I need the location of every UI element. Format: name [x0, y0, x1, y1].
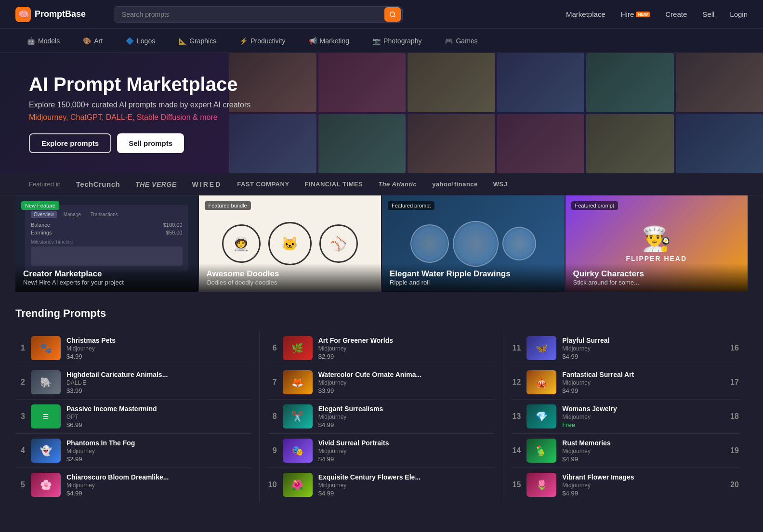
trend-item-7[interactable]: 7 🦊 Watercolor Cute Ornate Anima... Midj… — [267, 365, 496, 400]
hero-background — [229, 53, 763, 173]
trend-item-8[interactable]: 8 ✂️ Elegant Surrealisms Midjourney $4.9… — [267, 400, 496, 434]
info-15: Vibrant Flower Images Midjourney $4.99 — [562, 473, 724, 497]
cat-logos[interactable]: 🔷 Logos — [114, 29, 167, 52]
financialtimes-logo: FINANCIAL TIMES — [305, 181, 363, 188]
trending-grid: 1 🐾 Christmas Pets Midjourney $4.99 2 🐘 … — [15, 331, 748, 502]
thumb-12: 🎪 — [526, 370, 556, 394]
explore-prompts-button[interactable]: Explore prompts — [29, 133, 111, 153]
trend-item-10[interactable]: 10 🌺 Exquisite Century Flowers Ele... Mi… — [267, 468, 496, 502]
featured-in-bar: Featured in TechCrunch THE VERGE WIRED F… — [0, 173, 763, 195]
nav-marketplace[interactable]: Marketplace — [566, 10, 605, 18]
nav-sell[interactable]: Sell — [702, 10, 714, 18]
cat-productivity[interactable]: ⚡ Productivity — [228, 29, 297, 52]
yahoofinance-logo: yahoo!finance — [432, 181, 478, 188]
main-nav: Marketplace Hire new Create Sell Login — [566, 10, 748, 18]
svg-point-2 — [390, 12, 395, 16]
water-info: Elegant Water Ripple Drawings Ripple and… — [382, 263, 565, 292]
rank-8: 8 — [267, 412, 277, 421]
cat-art[interactable]: 🎨 Art — [71, 29, 114, 52]
techcrunch-logo: TechCrunch — [76, 180, 120, 188]
cat-graphics[interactable]: 📐 Graphics — [167, 29, 228, 52]
trend-item-3[interactable]: 3 ≡ Passive Income Mastermind GPT $6.99 — [15, 400, 251, 434]
cat-marketing[interactable]: 📢 Marketing — [297, 29, 361, 52]
featured-card-quirky[interactable]: 👨‍🍳 FLIPPER HEAD Featured prompt Quirky … — [566, 195, 748, 292]
rank-7: 7 — [267, 378, 277, 387]
trend-item-2[interactable]: 2 🐘 Highdetail Caricature Animals... DAL… — [15, 365, 251, 400]
rank-13: 13 — [511, 412, 521, 421]
featured-in-label: Featured in — [29, 181, 61, 188]
atlantic-logo: The Atlantic — [378, 181, 417, 188]
games-icon: 🎮 — [445, 37, 453, 45]
svg-text:🧠: 🧠 — [18, 9, 29, 20]
info-12: Fantastical Surreal Art Midjourney $4.99 — [562, 371, 724, 394]
trend-item-1[interactable]: 1 🐾 Christmas Pets Midjourney $4.99 — [15, 331, 251, 365]
cat-photography[interactable]: 📷 Photography — [361, 29, 433, 52]
trending-section: Trending Prompts 1 🐾 Christmas Pets Midj… — [0, 292, 763, 517]
cat-models[interactable]: 🤖 Models — [15, 29, 71, 52]
logos-icon: 🔷 — [126, 37, 134, 45]
productivity-icon: ⚡ — [239, 37, 248, 45]
rank-15: 15 — [511, 480, 521, 489]
doodles-badge: Featured bundle — [205, 201, 251, 210]
trending-column-1: 1 🐾 Christmas Pets Midjourney $4.99 2 🐘 … — [15, 331, 260, 502]
nav-login[interactable]: Login — [730, 10, 748, 18]
water-orb-3 — [502, 227, 536, 260]
quirky-info: Quirky Characters Stick around for some.… — [566, 263, 748, 292]
trend-item-15[interactable]: 15 🌷 Vibrant Flower Images Midjourney $4… — [511, 468, 740, 502]
nav-create[interactable]: Create — [665, 10, 687, 18]
thumb-10: 🌺 — [283, 473, 313, 497]
verge-logo: THE VERGE — [135, 181, 176, 188]
water-subtitle: Ripple and roll — [390, 279, 557, 286]
hero-content: AI Prompt Marketplace Explore 150,000+ c… — [29, 74, 250, 153]
quirky-subtitle: Stick around for some... — [573, 279, 740, 286]
trend-item-11[interactable]: 11 🦋 Playful Surreal Midjourney $4.99 16 — [511, 331, 740, 365]
info-10: Exquisite Century Flowers Ele... Midjour… — [318, 473, 496, 497]
featured-logos: TechCrunch THE VERGE WIRED FAST COMPANY … — [76, 180, 508, 188]
rank-end-11: 16 — [730, 344, 740, 352]
rank-6: 6 — [267, 344, 277, 352]
trend-item-4[interactable]: 4 👻 Phantoms In The Fog Midjourney $2.99 — [15, 434, 251, 468]
creator-title: Creator Marketplace — [23, 269, 190, 279]
trend-item-13[interactable]: 13 💎 Womans Jewelry Midjourney Free 18 — [511, 400, 740, 434]
rank-end-14: 19 — [730, 446, 740, 455]
search-input[interactable] — [114, 6, 403, 23]
water-badge: Featured prompt — [388, 201, 434, 210]
trend-item-12[interactable]: 12 🎪 Fantastical Surreal Art Midjourney … — [511, 365, 740, 400]
thumb-8: ✂️ — [283, 404, 313, 428]
rank-3: 3 — [15, 412, 25, 421]
trend-item-9[interactable]: 9 🎭 Vivid Surreal Portraits Midjourney $… — [267, 434, 496, 468]
info-6: Art For Greener Worlds Midjourney $2.99 — [318, 337, 496, 360]
creator-mockup: Overview Manage Transactions Balance$100… — [25, 205, 188, 272]
creator-card-content: Overview Manage Transactions Balance$100… — [25, 205, 188, 272]
rank-1: 1 — [15, 344, 25, 352]
thumb-4: 👻 — [31, 439, 61, 463]
thumb-7: 🦊 — [283, 370, 313, 394]
thumb-2: 🐘 — [31, 370, 61, 394]
info-13: Womans Jewelry Midjourney Free — [562, 405, 724, 428]
info-1: Christmas Pets Midjourney $4.99 — [66, 337, 251, 360]
quirky-character: 👨‍🍳 FLIPPER HEAD — [626, 225, 687, 262]
fastcompany-logo: FAST COMPANY — [237, 181, 289, 188]
search-button[interactable] — [384, 7, 401, 22]
featured-card-water[interactable]: Featured prompt Elegant Water Ripple Dra… — [382, 195, 566, 292]
doodle-cat: 🐱 — [268, 222, 312, 265]
rank-end-12: 17 — [730, 378, 740, 387]
thumb-15: 🌷 — [526, 473, 556, 497]
rank-end-15: 20 — [730, 480, 740, 489]
sell-prompts-button[interactable]: Sell prompts — [117, 133, 184, 153]
info-5: Chiaroscuro Bloom Dreamlike... Midjourne… — [66, 473, 251, 497]
info-9: Vivid Surreal Portraits Midjourney $4.99 — [318, 439, 496, 463]
cat-games[interactable]: 🎮 Games — [433, 29, 489, 52]
thumb-13: 💎 — [526, 404, 556, 428]
marketing-icon: 📢 — [309, 37, 317, 45]
logo[interactable]: 🧠 PromptBase — [15, 7, 102, 22]
trend-item-5[interactable]: 5 🌸 Chiaroscuro Bloom Dreamlike... Midjo… — [15, 468, 251, 502]
trend-item-6[interactable]: 6 🌿 Art For Greener Worlds Midjourney $2… — [267, 331, 496, 365]
creator-subtitle: New! Hire AI experts for your project — [23, 279, 190, 286]
featured-card-doodles[interactable]: 🧑‍🚀 🐱 ⚾ Featured bundle Awesome Doodles … — [199, 195, 382, 292]
info-8: Elegant Surrealisms Midjourney $4.99 — [318, 405, 496, 428]
nav-hire[interactable]: Hire new — [621, 10, 650, 18]
featured-card-creator[interactable]: Overview Manage Transactions Balance$100… — [15, 195, 199, 292]
trend-item-14[interactable]: 14 🦜 Rust Memories Midjourney $4.99 19 — [511, 434, 740, 468]
search-bar — [114, 6, 403, 23]
